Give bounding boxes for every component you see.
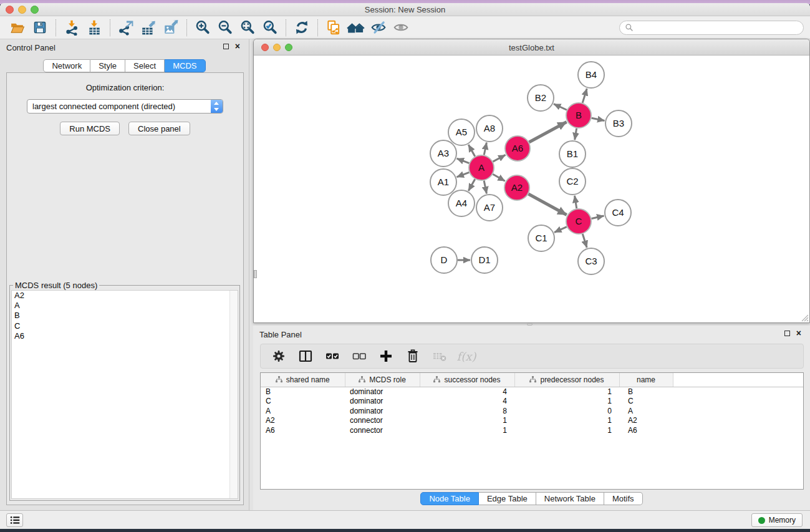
edge-C-C1[interactable]	[554, 227, 567, 233]
node-D1[interactable]: D1	[471, 247, 498, 273]
edge-A-A5[interactable]	[468, 145, 475, 157]
edge-A-A1[interactable]	[457, 172, 470, 177]
open-session-button[interactable]	[6, 18, 29, 37]
mcds-result-list[interactable]: A2ABCA6	[11, 290, 238, 499]
node-A8[interactable]: A8	[476, 115, 503, 142]
show-all-button[interactable]	[390, 18, 412, 37]
node-A7[interactable]: A7	[476, 195, 503, 221]
main-titlebar[interactable]: Session: New Session	[0, 3, 810, 16]
tab-edge-table[interactable]: Edge Table	[479, 492, 536, 505]
result-item[interactable]: C	[12, 321, 238, 331]
zoom-fit-button[interactable]	[236, 18, 259, 37]
select-all-columns-button[interactable]	[323, 347, 342, 365]
result-item[interactable]: A2	[12, 291, 238, 301]
refresh-layout-button[interactable]	[291, 18, 313, 37]
edge-B-B1[interactable]	[575, 128, 577, 140]
task-history-button[interactable]	[6, 513, 23, 527]
node-B3[interactable]: B3	[605, 110, 632, 137]
window-resize-grip[interactable]	[801, 314, 809, 322]
node-A6[interactable]: A6	[505, 136, 530, 161]
deselect-all-columns-button[interactable]	[350, 347, 369, 365]
network-canvas[interactable]: A5A8A6A3AA1A2A4A7B4B2BB3B1C2C4CC1C3DD1	[254, 56, 809, 322]
tab-motifs[interactable]: Motifs	[604, 492, 643, 505]
export-image-button[interactable]	[160, 18, 182, 37]
zoom-in-button[interactable]	[191, 18, 214, 37]
edge-A-A3[interactable]	[457, 158, 470, 163]
edge-A-A4[interactable]	[468, 179, 475, 191]
tab-style[interactable]: Style	[90, 59, 125, 72]
search-box[interactable]	[619, 21, 804, 35]
table-row[interactable]: Bdominator41B	[261, 387, 803, 397]
edge-A-A6[interactable]	[493, 155, 506, 162]
column-header-mcds-role[interactable]: MCDS role	[345, 373, 420, 387]
edge-A-A2[interactable]	[493, 174, 505, 181]
optimization-criterion-dropdown[interactable]: largest connected component (directed)	[27, 99, 223, 114]
edge-B-B3[interactable]	[592, 118, 605, 120]
edge-A-A8[interactable]	[484, 143, 486, 155]
run-mcds-button[interactable]: Run MCDS	[60, 122, 120, 135]
add-column-button[interactable]	[377, 347, 395, 365]
node-D[interactable]: D	[431, 247, 457, 273]
column-header-successor-nodes[interactable]: successor nodes	[420, 373, 514, 387]
function-builder-button[interactable]: f(x)	[457, 347, 476, 365]
first-neighbors-button[interactable]	[345, 18, 367, 37]
node-C3[interactable]: C3	[578, 248, 604, 274]
node-B1[interactable]: B1	[559, 141, 586, 167]
float-panel-icon[interactable]	[223, 44, 229, 49]
edge-A2-C[interactable]	[528, 194, 566, 215]
tab-node-table[interactable]: Node Table	[420, 492, 479, 505]
node-A5[interactable]: A5	[448, 119, 475, 145]
result-item[interactable]: A	[12, 301, 238, 311]
node-A[interactable]: A	[469, 155, 494, 180]
column-header-name[interactable]: name	[619, 373, 673, 387]
result-list-scrollbar[interactable]	[229, 291, 238, 498]
destroy-table-button[interactable]	[430, 347, 449, 365]
edge-C-C2[interactable]	[575, 196, 577, 209]
network-window-titlebar[interactable]: testGlobe.txt	[254, 39, 809, 56]
node-C2[interactable]: C2	[559, 168, 586, 195]
result-item[interactable]: A6	[12, 331, 238, 341]
edge-C-C3[interactable]	[582, 234, 587, 248]
hide-selected-button[interactable]	[367, 18, 390, 37]
tab-network-table[interactable]: Network Table	[536, 492, 604, 505]
split-view-button[interactable]	[296, 347, 315, 365]
zoom-selected-button[interactable]	[259, 18, 281, 37]
tab-select[interactable]: Select	[125, 59, 165, 72]
result-item[interactable]: B	[12, 311, 238, 321]
node-C4[interactable]: C4	[605, 200, 631, 226]
node-A4[interactable]: A4	[448, 190, 475, 216]
float-table-panel-icon[interactable]	[784, 331, 790, 336]
export-network-button[interactable]	[115, 18, 137, 37]
delete-columns-button[interactable]	[403, 347, 422, 365]
edge-B-B4[interactable]	[582, 89, 587, 103]
search-input[interactable]	[637, 22, 797, 34]
node-A3[interactable]: A3	[430, 140, 456, 167]
settings-button[interactable]	[269, 347, 288, 365]
node-B2[interactable]: B2	[528, 85, 554, 111]
column-header-predecessor-nodes[interactable]: predecessor nodes	[514, 373, 619, 387]
close-table-panel-icon[interactable]: ×	[796, 331, 801, 336]
table-row[interactable]: A2connector11A2	[261, 416, 803, 426]
column-header-shared-name[interactable]: shared name	[261, 373, 345, 387]
edge-A-A7[interactable]	[484, 181, 486, 194]
node-A2[interactable]: A2	[504, 175, 529, 200]
import-network-button[interactable]	[60, 18, 83, 37]
table-row[interactable]: A6connector11A6	[261, 426, 803, 436]
edge-C-C4[interactable]	[591, 216, 604, 218]
import-table-button[interactable]	[83, 18, 105, 37]
node-C1[interactable]: C1	[528, 225, 554, 251]
export-table-button[interactable]	[137, 18, 160, 37]
tab-network[interactable]: Network	[43, 59, 90, 72]
zoom-out-button[interactable]	[214, 18, 236, 37]
save-session-button[interactable]	[29, 18, 51, 37]
table-row[interactable]: Cdominator41C	[261, 397, 803, 407]
new-network-from-selection-button[interactable]	[322, 18, 345, 37]
memory-button[interactable]: Memory	[751, 513, 803, 527]
edge-B-B2[interactable]	[554, 104, 567, 110]
tab-mcds[interactable]: MCDS	[165, 59, 205, 72]
close-panel-button[interactable]: Close panel	[128, 122, 190, 135]
node-B4[interactable]: B4	[578, 62, 604, 88]
table-row[interactable]: Adominator80A	[261, 407, 803, 417]
node-A1[interactable]: A1	[430, 169, 456, 195]
edge-A6-B[interactable]	[529, 122, 566, 142]
